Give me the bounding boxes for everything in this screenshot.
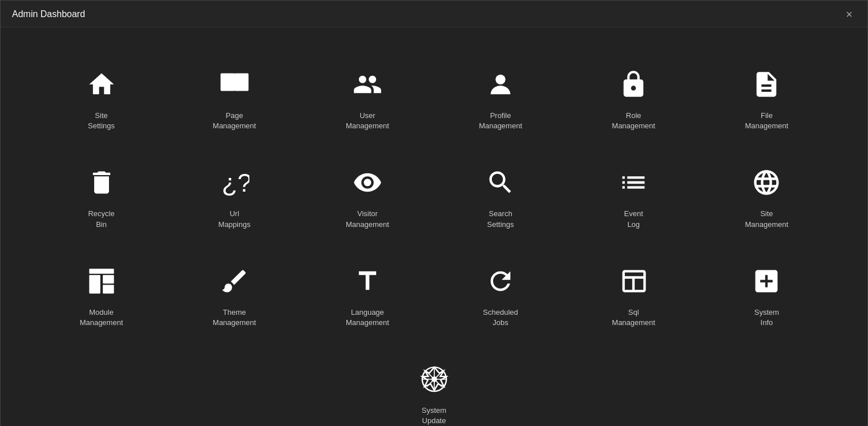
users-icon	[353, 67, 382, 102]
table-icon	[619, 264, 648, 298]
grid-item-language-management[interactable]: LanguageManagement	[301, 247, 434, 345]
item-label-module-management: ModuleManagement	[80, 307, 123, 328]
grid-item-sql-management[interactable]: SqlManagement	[567, 247, 700, 345]
grid-item-visitor-management[interactable]: VisitorManagement	[301, 148, 434, 246]
svg-rect-5	[89, 275, 100, 294]
item-label-event-log: EventLog	[624, 209, 643, 229]
grid-item-module-management[interactable]: ModuleManagement	[35, 247, 168, 345]
grid-item-theme-management[interactable]: ThemeManagement	[168, 247, 301, 345]
home-icon	[87, 67, 116, 102]
grid-item-system-info[interactable]: SystemInfo	[700, 247, 833, 345]
grid-item-recycle-bin[interactable]: RecycleBin	[35, 148, 168, 246]
grid-item-event-log[interactable]: EventLog	[567, 148, 700, 246]
item-label-site-settings: SiteSettings	[88, 111, 115, 131]
item-label-scheduled-jobs: ScheduledJobs	[483, 307, 518, 328]
svg-rect-6	[103, 275, 114, 283]
grid-item-site-management[interactable]: SiteManagement	[700, 148, 833, 246]
eye-icon	[353, 165, 382, 200]
close-button[interactable]: ×	[842, 7, 856, 21]
item-label-search-settings: SearchSettings	[487, 209, 514, 229]
item-label-profile-management: ProfileManagement	[479, 111, 522, 131]
dialog-body: SiteSettings PageManagement UserManageme…	[1, 27, 867, 426]
globe-icon	[752, 165, 781, 200]
item-label-site-management: SiteManagement	[745, 209, 788, 229]
lock-icon	[619, 67, 648, 102]
grid-item-page-management[interactable]: PageManagement	[168, 50, 301, 148]
clock-icon	[486, 264, 515, 298]
item-label-language-management: LanguageManagement	[346, 307, 389, 328]
svg-rect-4	[89, 269, 114, 274]
page-icon	[220, 67, 249, 102]
grid-item-system-update[interactable]: SystemUpdate	[377, 345, 491, 426]
profile-icon	[486, 67, 515, 102]
trash-icon	[87, 165, 116, 200]
main-grid: SiteSettings PageManagement UserManageme…	[35, 50, 833, 345]
svg-point-2	[495, 75, 505, 84]
list-icon	[619, 165, 648, 200]
grid-item-role-management[interactable]: RoleManagement	[567, 50, 700, 148]
item-label-system-info: SystemInfo	[754, 307, 779, 328]
item-label-file-management: FileManagement	[745, 111, 788, 131]
grid-item-profile-management[interactable]: ProfileManagement	[434, 50, 567, 148]
grid-item-search-settings[interactable]: SearchSettings	[434, 148, 567, 246]
item-label-recycle-bin: RecycleBin	[88, 209, 114, 229]
admin-dashboard-dialog: Admin Dashboard × SiteSettings PageManag…	[0, 0, 868, 426]
item-label-visitor-management: VisitorManagement	[346, 209, 389, 229]
svg-text:¿?: ¿?	[221, 168, 249, 197]
grid-item-user-management[interactable]: UserManagement	[301, 50, 434, 148]
brush-icon	[220, 264, 249, 298]
search-icon	[486, 165, 515, 200]
dialog-header: Admin Dashboard ×	[1, 1, 867, 27]
item-label-user-management: UserManagement	[346, 111, 389, 131]
item-label-role-management: RoleManagement	[612, 111, 655, 131]
bottom-row: SystemUpdate	[35, 345, 833, 426]
plus-cross-icon	[752, 264, 781, 298]
grid-item-file-management[interactable]: FileManagement	[700, 50, 833, 148]
file-icon	[752, 67, 781, 102]
grid-item-scheduled-jobs[interactable]: ScheduledJobs	[434, 247, 567, 345]
item-label-sql-management: SqlManagement	[612, 307, 655, 328]
grid-item-site-settings[interactable]: SiteSettings	[35, 50, 168, 148]
item-label-system-update: SystemUpdate	[422, 405, 446, 426]
grid-item-url-mappings[interactable]: ¿? UrlMappings	[168, 148, 301, 246]
lens-icon	[419, 362, 449, 396]
dialog-title: Admin Dashboard	[12, 9, 85, 19]
svg-rect-0	[221, 74, 235, 91]
item-label-theme-management: ThemeManagement	[213, 307, 256, 328]
svg-rect-1	[235, 74, 248, 91]
text-icon	[353, 264, 382, 298]
module-icon	[87, 264, 116, 298]
item-label-page-management: PageManagement	[213, 111, 256, 131]
svg-rect-7	[103, 285, 114, 293]
svg-point-9	[431, 376, 437, 382]
item-label-url-mappings: UrlMappings	[219, 209, 251, 229]
url-icon: ¿?	[220, 165, 249, 200]
